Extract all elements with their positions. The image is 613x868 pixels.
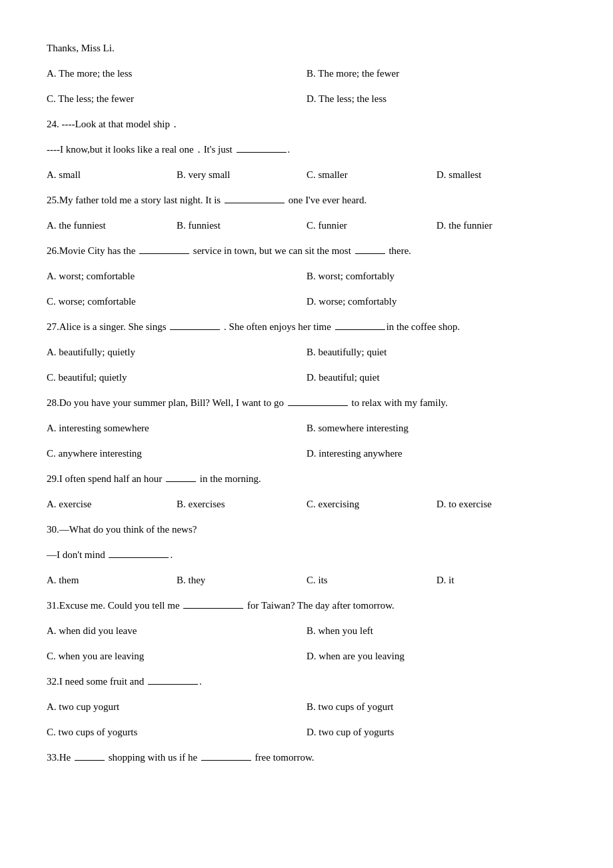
option-d: D. to exercise xyxy=(436,496,566,512)
q33-stem: 33.He shopping with us if he free tomorr… xyxy=(47,749,566,765)
option-b: B. two cups of yogurt xyxy=(306,699,566,715)
option-c: C. funnier xyxy=(306,217,436,233)
q28-options-row1: A. interesting somewhere B. somewhere in… xyxy=(47,420,566,436)
intro-line: Thanks, Miss Li. xyxy=(47,40,566,56)
option-a: A. them xyxy=(47,572,177,588)
option-d: D. two cup of yogurts xyxy=(306,724,566,740)
q26-stem: 26.Movie City has the service in town, b… xyxy=(47,243,566,259)
option-b: B. exercises xyxy=(177,496,306,512)
option-d: D. The less; the less xyxy=(306,91,566,107)
q28-stem: 28.Do you have your summer plan, Bill? W… xyxy=(47,395,566,411)
q26-blank1 xyxy=(139,253,189,254)
q30-options: A. them B. they C. its D. it xyxy=(47,572,566,588)
option-b: B. worst; comfortably xyxy=(306,268,566,284)
option-a: A. beautifully; quietly xyxy=(47,344,306,360)
q29-stem: 29.I often spend half an hour in the mor… xyxy=(47,471,566,487)
q27-stem: 27.Alice is a singer. She sings . She of… xyxy=(47,319,566,335)
q24-stem1: 24. ----Look at that model ship． xyxy=(47,116,566,132)
option-a: A. worst; comfortable xyxy=(47,268,306,284)
q25-stem: 25.My father told me a story last night.… xyxy=(47,192,566,208)
option-c: C. beautiful; quietly xyxy=(47,369,306,385)
option-b: B. The more; the fewer xyxy=(306,65,566,81)
q27-options-row2: C. beautiful; quietly D. beautiful; quie… xyxy=(47,369,566,385)
option-c: C. two cups of yogurts xyxy=(47,724,306,740)
option-d: D. beautiful; quiet xyxy=(306,369,566,385)
option-b: B. they xyxy=(177,572,306,588)
q31-stem: 31.Excuse me. Could you tell me for Taiw… xyxy=(47,597,566,613)
option-c: C. its xyxy=(306,572,436,588)
option-b: B. somewhere interesting xyxy=(306,420,566,436)
option-b: B. when you left xyxy=(306,623,566,639)
q31-options-row1: A. when did you leave B. when you left xyxy=(47,623,566,639)
option-b: B. very small xyxy=(177,167,306,183)
option-c: C. when you are leaving xyxy=(47,648,306,664)
q24-options: A. small B. very small C. smaller D. sma… xyxy=(47,167,566,183)
q33-blank1 xyxy=(75,760,105,761)
option-a: A. the funniest xyxy=(47,217,177,233)
option-a: A. exercise xyxy=(47,496,177,512)
q32-stem: 32.I need some fruit and . xyxy=(47,673,566,689)
q25-options: A. the funniest B. funniest C. funnier D… xyxy=(47,217,566,233)
option-d: D. when are you leaving xyxy=(306,648,566,664)
option-c: C. anywhere interesting xyxy=(47,445,306,461)
q29-blank xyxy=(166,481,196,482)
option-d: D. smallest xyxy=(436,167,566,183)
option-d: D. it xyxy=(436,572,566,588)
q26-blank2 xyxy=(355,253,385,254)
q32-options-row1: A. two cup yogurt B. two cups of yogurt xyxy=(47,699,566,715)
q27-blank2 xyxy=(335,329,385,330)
option-a: A. two cup yogurt xyxy=(47,699,306,715)
option-c: C. exercising xyxy=(306,496,436,512)
option-a: A. small xyxy=(47,167,177,183)
q28-blank xyxy=(288,405,348,406)
q26-options-row1: A. worst; comfortable B. worst; comforta… xyxy=(47,268,566,284)
option-a: A. The more; the less xyxy=(47,65,306,81)
option-b: B. beautifully; quiet xyxy=(306,344,566,360)
q27-options-row1: A. beautifully; quietly B. beautifully; … xyxy=(47,344,566,360)
option-d: D. worse; comfortably xyxy=(306,293,566,309)
option-d: D. the funnier xyxy=(436,217,566,233)
q30-blank xyxy=(109,557,169,558)
page-content: Thanks, Miss Li. A. The more; the less B… xyxy=(47,40,566,765)
option-a: A. interesting somewhere xyxy=(47,420,306,436)
q23-options-row1: A. The more; the less B. The more; the f… xyxy=(47,65,566,81)
q27-blank1 xyxy=(170,329,220,330)
q29-options: A. exercise B. exercises C. exercising D… xyxy=(47,496,566,512)
option-c: C. smaller xyxy=(306,167,436,183)
q24-stem2: ----I know,but it looks like a real one．… xyxy=(47,141,566,157)
q30-stem2: —I don't mind . xyxy=(47,547,566,563)
q26-options-row2: C. worse; comfortable D. worse; comforta… xyxy=(47,293,566,309)
q24-blank xyxy=(237,152,287,153)
option-c: C. worse; comfortable xyxy=(47,293,306,309)
q32-blank xyxy=(148,684,198,685)
option-d: D. interesting anywhere xyxy=(306,445,566,461)
q28-options-row2: C. anywhere interesting D. interesting a… xyxy=(47,445,566,461)
q25-blank xyxy=(225,203,285,203)
q31-blank xyxy=(183,608,243,609)
q32-options-row2: C. two cups of yogurts D. two cup of yog… xyxy=(47,724,566,740)
q33-blank2 xyxy=(201,760,251,761)
option-b: B. funniest xyxy=(177,217,306,233)
q30-stem1: 30.―What do you think of the news? xyxy=(47,521,566,537)
option-c: C. The less; the fewer xyxy=(47,91,306,107)
option-a: A. when did you leave xyxy=(47,623,306,639)
q31-options-row2: C. when you are leaving D. when are you … xyxy=(47,648,566,664)
q23-options-row2: C. The less; the fewer D. The less; the … xyxy=(47,91,566,107)
